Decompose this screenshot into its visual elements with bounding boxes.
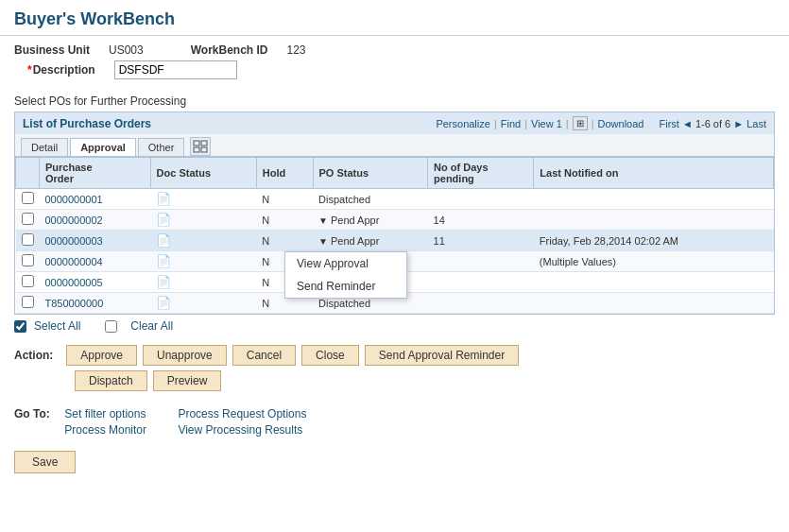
- last-notified-cell: (Multiple Values): [534, 251, 774, 272]
- clear-all-checkbox[interactable]: [105, 320, 117, 333]
- tab-other[interactable]: Other: [138, 138, 185, 156]
- save-button[interactable]: Save: [14, 451, 76, 473]
- row-checkbox[interactable]: [22, 254, 34, 266]
- close-button[interactable]: Close: [301, 345, 359, 366]
- po-link[interactable]: 0000000003: [45, 235, 103, 247]
- svg-rect-1: [201, 141, 207, 146]
- col-doc-status: Doc Status: [150, 158, 256, 189]
- action-section: Action: Approve Unapprove Cancel Close S…: [0, 337, 789, 403]
- doc-icon: 📄: [156, 296, 171, 310]
- col-po: PurchaseOrder: [40, 158, 151, 189]
- goto-col-2: Process Request Options View Processing …: [178, 407, 306, 439]
- col-days-pending: No of Dayspending: [428, 158, 534, 189]
- table-row: 0000000001📄NDispatched: [16, 189, 774, 210]
- view-icon[interactable]: ⊞: [573, 116, 588, 130]
- approve-button[interactable]: Approve: [66, 345, 137, 366]
- section-label: Select POs for Further Processing: [0, 91, 789, 112]
- last-notified-cell: [534, 210, 774, 231]
- next-arrow[interactable]: ►: [733, 118, 746, 129]
- po-link[interactable]: 0000000004: [45, 256, 103, 267]
- row-checkbox[interactable]: [22, 213, 34, 225]
- doc-icon: 📄: [156, 192, 171, 206]
- pagination-info: First ◄ 1-6 of 6 ► Last: [659, 118, 766, 129]
- po-link[interactable]: 0000000001: [45, 194, 103, 205]
- po-link[interactable]: T850000000: [45, 298, 104, 309]
- days-pending-cell: [428, 272, 534, 293]
- row-checkbox[interactable]: [22, 296, 34, 308]
- tabs-row: Detail Approval Other: [15, 134, 774, 157]
- description-label: Description: [27, 63, 95, 77]
- goto-col-1: Set filter options Process Monitor: [64, 407, 146, 439]
- table-wrapper: PurchaseOrder Doc Status Hold PO Status …: [15, 157, 774, 314]
- clear-all-label[interactable]: Clear All: [130, 319, 173, 333]
- set-filter-link[interactable]: Set filter options: [64, 407, 146, 420]
- dispatch-button[interactable]: Dispatch: [75, 370, 147, 391]
- form-area: Business Unit US003 WorkBench ID 123 Des…: [0, 36, 789, 91]
- po-status-cell: ▼Pend Appr: [313, 210, 428, 231]
- first-link[interactable]: First: [659, 118, 678, 129]
- process-request-link[interactable]: Process Request Options: [178, 407, 306, 420]
- dropdown-view-approval[interactable]: View Approval: [285, 252, 406, 275]
- hold-cell: N: [256, 210, 313, 231]
- doc-status-cell: 📄: [150, 272, 256, 293]
- tab-approval[interactable]: Approval: [70, 138, 136, 156]
- process-monitor-link[interactable]: Process Monitor: [64, 423, 146, 437]
- description-input[interactable]: [114, 60, 237, 79]
- po-link[interactable]: 0000000002: [45, 215, 103, 226]
- workbench-id-label: WorkBench ID: [191, 43, 268, 57]
- select-all-label[interactable]: Select All: [34, 319, 80, 333]
- last-notified-cell: [534, 189, 774, 210]
- last-link[interactable]: Last: [746, 118, 766, 129]
- view-processing-results-link[interactable]: View Processing Results: [178, 423, 306, 437]
- col-hold: Hold: [256, 158, 313, 189]
- download-link[interactable]: Download: [598, 118, 644, 129]
- select-all-row: Select All Clear All: [0, 315, 789, 337]
- status-dropdown-arrow[interactable]: ▼: [318, 236, 328, 247]
- dropdown-send-reminder[interactable]: Send Reminder: [285, 275, 406, 298]
- col-last-notified: Last Notified on: [534, 158, 774, 189]
- unapprove-button[interactable]: Unapprove: [143, 345, 227, 366]
- list-header: List of Purchase Orders Personalize | Fi…: [15, 112, 774, 134]
- view-link[interactable]: View 1: [531, 118, 562, 129]
- doc-icon: 📄: [156, 254, 171, 268]
- po-status-cell: ▼Pend Appr: [313, 231, 428, 251]
- status-dropdown-arrow[interactable]: ▼: [318, 215, 328, 226]
- col-po-status: PO Status: [313, 158, 428, 189]
- po-status-cell: Dispatched: [313, 189, 428, 210]
- row-checkbox[interactable]: [22, 233, 34, 246]
- table-row: 0000000003📄N▼Pend Appr11Friday, Feb 28,2…: [16, 231, 774, 251]
- row-checkbox[interactable]: [22, 192, 34, 204]
- col-check: [16, 158, 40, 189]
- tab-detail[interactable]: Detail: [21, 138, 68, 156]
- svg-rect-3: [201, 147, 207, 152]
- cancel-button[interactable]: Cancel: [232, 345, 296, 366]
- list-container: List of Purchase Orders Personalize | Fi…: [14, 112, 775, 315]
- row-checkbox[interactable]: [22, 275, 34, 287]
- days-pending-cell: [428, 189, 534, 210]
- days-pending-cell: 11: [428, 231, 534, 251]
- doc-status-cell: 📄: [150, 251, 256, 272]
- tab-grid-icon[interactable]: [190, 137, 211, 156]
- personalize-link[interactable]: Personalize: [436, 118, 489, 129]
- doc-status-cell: 📄: [150, 231, 256, 251]
- last-notified-cell: [534, 293, 774, 314]
- doc-icon: 📄: [156, 233, 171, 248]
- prev-arrow[interactable]: ◄: [682, 118, 695, 129]
- hold-cell: N: [256, 231, 313, 251]
- po-link[interactable]: 0000000005: [45, 277, 103, 288]
- doc-status-cell: 📄: [150, 189, 256, 210]
- find-link[interactable]: Find: [501, 118, 521, 129]
- page-title: Buyer's WorkBench: [0, 0, 789, 36]
- select-all-checkbox[interactable]: [14, 320, 26, 333]
- send-approval-reminder-button[interactable]: Send Approval Reminder: [365, 345, 519, 366]
- preview-button[interactable]: Preview: [153, 370, 222, 391]
- days-pending-cell: [428, 251, 534, 272]
- workbench-id-value: 123: [287, 43, 306, 57]
- goto-section: Go To: Set filter options Process Monito…: [0, 403, 789, 447]
- form-row-1: Business Unit US003 WorkBench ID 123: [14, 43, 775, 57]
- hold-cell: N: [256, 189, 313, 210]
- table-row: 0000000002📄N▼Pend Appr14: [16, 210, 774, 231]
- form-row-2: Description: [14, 60, 775, 79]
- days-pending-cell: [428, 293, 534, 314]
- dropdown-menu: View Approval Send Reminder: [284, 251, 407, 299]
